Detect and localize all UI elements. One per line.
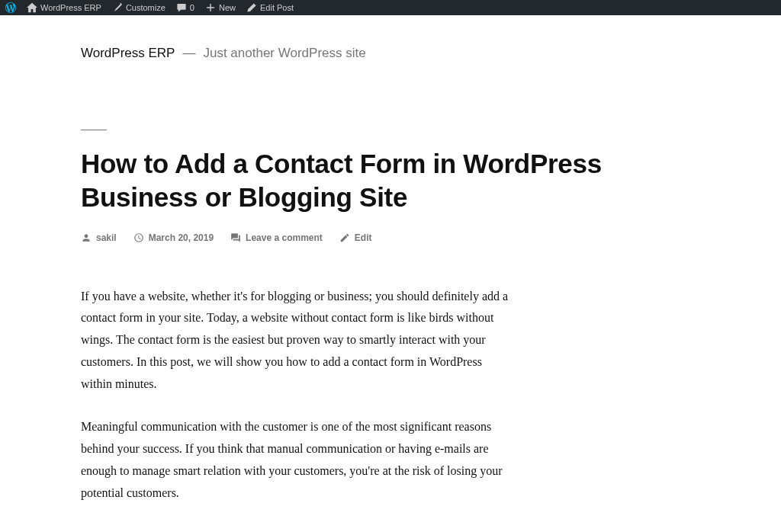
comment-link[interactable]: Leave a comment <box>246 232 323 243</box>
edit-post-label: Edit Post <box>260 3 294 12</box>
edit-link[interactable]: Edit <box>355 232 372 243</box>
new-label: New <box>219 3 236 12</box>
home-icon <box>27 2 37 13</box>
comment-icon <box>176 2 187 13</box>
paragraph-1: If you have a website, whether it's for … <box>81 286 516 396</box>
edit-post-link[interactable]: Edit Post <box>241 0 299 15</box>
site-name-link[interactable]: WordPress ERP <box>21 0 107 15</box>
page-content: WordPress ERP — Just another WordPress s… <box>0 15 781 532</box>
meta-author: sakil <box>81 232 117 243</box>
person-icon <box>81 232 92 243</box>
site-header: WordPress ERP — Just another WordPress s… <box>81 46 703 61</box>
post-divider <box>81 130 107 130</box>
post-title: How to Add a Contact Form in WordPress B… <box>81 147 703 214</box>
customize-icon <box>112 2 123 13</box>
wp-logo[interactable] <box>0 0 21 15</box>
comments-link[interactable]: 0 <box>171 0 200 15</box>
author-link[interactable]: sakil <box>96 232 117 243</box>
paragraph-2: Meaningful communication with the custom… <box>81 416 516 504</box>
admin-site-name: WordPress ERP <box>40 3 101 12</box>
site-tagline: Just another WordPress site <box>203 46 365 61</box>
wordpress-icon <box>5 2 16 13</box>
edit-icon <box>339 232 350 243</box>
date-link[interactable]: March 20, 2019 <box>149 232 214 243</box>
meta-date: March 20, 2019 <box>133 232 214 243</box>
plus-icon <box>205 2 216 13</box>
pencil-icon <box>246 2 257 13</box>
post-content: If you have a website, whether it's for … <box>81 286 516 505</box>
comment-count: 0 <box>190 3 194 12</box>
customize-label: Customize <box>126 3 166 12</box>
meta-comments: Leave a comment <box>230 232 323 243</box>
separator: — <box>182 46 195 61</box>
new-link[interactable]: New <box>200 0 241 15</box>
site-title[interactable]: WordPress ERP <box>81 46 175 61</box>
clock-icon <box>133 232 144 243</box>
meta-edit: Edit <box>339 232 372 243</box>
post-meta: sakil March 20, 2019 Leave a comment Edi… <box>81 232 703 243</box>
customize-link[interactable]: Customize <box>107 0 171 15</box>
wp-admin-bar: WordPress ERP Customize 0 New Edit Post <box>0 0 781 15</box>
comment-meta-icon <box>230 232 241 243</box>
